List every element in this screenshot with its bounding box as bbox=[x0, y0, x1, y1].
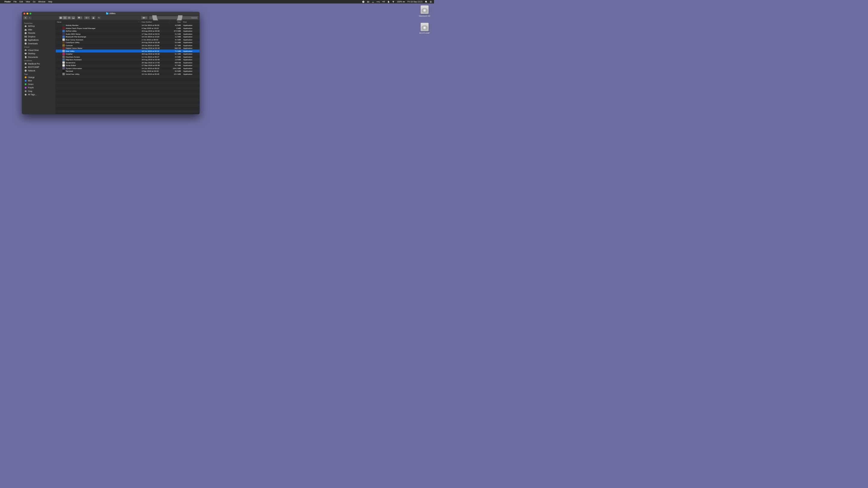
file-date: 15 Oct 2019 at 05:45 bbox=[141, 73, 169, 75]
battery-status[interactable]: 100% bbox=[397, 1, 405, 3]
control-center-icon[interactable] bbox=[430, 1, 432, 3]
file-row[interactable]: Keychain Access11 Oct 2019 at 09:274.9 M… bbox=[56, 55, 199, 58]
titlebar[interactable]: Utilities bbox=[22, 12, 199, 16]
status-checkmark-icon[interactable] bbox=[362, 1, 365, 3]
menu-window[interactable]: Window bbox=[38, 1, 45, 3]
file-name: Screenshot bbox=[66, 61, 75, 63]
empty-row bbox=[56, 95, 199, 98]
sidebar-item-applications[interactable]: Applications bbox=[22, 38, 56, 42]
file-row[interactable]: Console18 Oct 2019 at 03:502.7 MBApplica… bbox=[56, 44, 199, 47]
file-row[interactable]: Adobe Flash Player Install Manager9 Sep … bbox=[56, 27, 199, 30]
dropbox-icon[interactable] bbox=[367, 1, 370, 3]
sidebar-item-recents[interactable]: Recents bbox=[22, 31, 56, 35]
sidebar-item-bootcamp[interactable]: BOOTCAMP bbox=[22, 65, 56, 69]
vpn-icon[interactable]: ≡V bbox=[382, 1, 384, 3]
file-kind: Application bbox=[182, 53, 199, 55]
file-row[interactable]: Terminal4 Sep 2019 at 02:429.9 MBApplica… bbox=[56, 70, 199, 73]
wifi-icon[interactable] bbox=[392, 1, 395, 3]
file-name: Bluetooth File Exchange bbox=[66, 36, 86, 38]
file-size: 4 MB bbox=[169, 27, 182, 29]
finder-window: Utilities ▾ ▾ ▾ Search bbox=[22, 12, 199, 114]
file-kind: Application bbox=[182, 59, 199, 61]
view-icons-button[interactable] bbox=[59, 16, 63, 20]
file-name: System Information bbox=[66, 67, 82, 69]
sort-ascending-icon: ⌃ bbox=[138, 21, 139, 23]
sidebar-item-dropbox[interactable]: Dropbox bbox=[22, 35, 56, 38]
file-name: Disk Utility bbox=[66, 50, 74, 52]
sidebar-item-downloads[interactable]: Downloads bbox=[22, 42, 56, 45]
view-columns-button[interactable] bbox=[67, 16, 71, 20]
sidebar-tag-purple[interactable]: Purple bbox=[22, 86, 56, 90]
desktop-drive-macintosh-hd[interactable]: Macintosh HD bbox=[417, 5, 432, 17]
sidebar-item-documents[interactable]: Documents bbox=[22, 56, 56, 59]
header-name[interactable]: Name ⌃ bbox=[56, 21, 141, 24]
file-row[interactable]: Audio MIDI Setup17 Sep 2019 at 02:015.2 … bbox=[56, 32, 199, 35]
dropbox-toolbar-button[interactable]: ▾ bbox=[141, 16, 148, 20]
folder-icon bbox=[106, 13, 108, 14]
file-row[interactable]: Migration Assistant24 Aug 2019 at 03:491… bbox=[56, 58, 199, 61]
arrange-button[interactable]: ▾ bbox=[77, 16, 83, 20]
view-list-button[interactable] bbox=[63, 16, 67, 20]
file-size: 10.4 MB bbox=[169, 73, 182, 75]
sidebar-tag-blue[interactable]: Blue bbox=[22, 79, 56, 83]
svg-rect-13 bbox=[61, 18, 62, 19]
sidebar-all-tags[interactable]: All Tags… bbox=[22, 93, 56, 96]
sidebar-label: iCloud Drive bbox=[28, 49, 38, 52]
file-row[interactable]: Activity Monitor14 Oct 2019 at 06:554.8 … bbox=[56, 24, 199, 27]
file-row[interactable]: VoiceOver Utility15 Oct 2019 at 05:4510.… bbox=[56, 72, 199, 75]
header-size[interactable]: Size bbox=[169, 21, 182, 24]
more-icon[interactable]: •••) bbox=[377, 1, 380, 3]
empty-row bbox=[56, 78, 199, 81]
file-row[interactable]: Grapher28 Aug 2019 at 03:329.1 MBApplica… bbox=[56, 53, 199, 56]
file-row[interactable]: System Information14 Oct 2019 at 09:2210… bbox=[56, 67, 199, 70]
sidebar-tag-green[interactable]: Green bbox=[22, 83, 56, 86]
sidebar-item-network[interactable]: Network bbox=[22, 69, 56, 73]
file-name: AirPort Utility bbox=[66, 30, 76, 32]
spotlight-icon[interactable] bbox=[425, 1, 427, 3]
forward-button[interactable] bbox=[28, 16, 32, 20]
sidebar-item-macbook-pro[interactable]: MacBook Pro bbox=[22, 62, 56, 66]
menu-edit[interactable]: Edit bbox=[20, 1, 23, 3]
svg-rect-12 bbox=[60, 18, 61, 19]
file-row[interactable]: Disk Utility18 Oct 2019 at 04:317.4 MBAp… bbox=[56, 50, 199, 53]
file-row[interactable]: Screenshot28 Sep 2019 at 17:55459 KBAppl… bbox=[56, 61, 199, 64]
menu-help[interactable]: Help bbox=[48, 1, 53, 3]
desktop-drive-bootcamp[interactable]: BOOTCAMP bbox=[417, 23, 432, 34]
file-date: 14 Oct 2019 at 09:22 bbox=[141, 67, 169, 69]
sidebar-tag-gray[interactable]: Gray bbox=[22, 90, 56, 93]
menu-file[interactable]: File bbox=[13, 1, 17, 3]
empty-row bbox=[56, 107, 199, 110]
sidebar-item-airdrop[interactable]: AirDrop bbox=[22, 24, 56, 28]
sidebar-item-mike[interactable]: Mike bbox=[22, 28, 56, 32]
view-gallery-button[interactable] bbox=[71, 16, 76, 20]
clock[interactable]: Fri 18 Sep 13:21 bbox=[407, 1, 423, 3]
svg-point-8 bbox=[430, 1, 430, 2]
file-row[interactable]: ColorSync Utility24 Aug 2019 at 03:285.6… bbox=[56, 41, 199, 44]
sidebar-item-desktop[interactable]: Desktop bbox=[22, 52, 56, 56]
svg-point-29 bbox=[25, 25, 27, 27]
bluetooth-icon[interactable] bbox=[387, 1, 390, 3]
back-button[interactable] bbox=[24, 16, 28, 20]
file-row[interactable]: Digital Colour Meter24 Aug 2019 at 02:40… bbox=[56, 47, 199, 50]
sidebar-label: MacBook Pro bbox=[28, 63, 40, 65]
menu-go[interactable]: Go bbox=[33, 1, 36, 3]
file-date: 9 Sep 2020 at 19:23 bbox=[141, 27, 169, 29]
file-row[interactable]: Bluetooth File Exchange14 Oct 2019 at 10… bbox=[56, 35, 199, 38]
file-row[interactable]: Script Editor17 Sep 2019 at 05:384.7 MBA… bbox=[56, 64, 199, 67]
menu-view[interactable]: View bbox=[26, 1, 30, 3]
file-row[interactable]: AirPort Utility24 Aug 2019 at 04:0047.5 … bbox=[56, 30, 199, 33]
download-icon[interactable] bbox=[372, 1, 374, 3]
share-button[interactable] bbox=[91, 16, 96, 20]
file-row[interactable]: Boot Camp Assistant2 Oct 2019 at 08:034.… bbox=[56, 38, 199, 41]
sidebar-label: Gray bbox=[28, 90, 32, 93]
header-date[interactable]: Date Modified bbox=[141, 21, 169, 24]
menubar: Finder File Edit View Go Window Help •••… bbox=[0, 0, 434, 4]
app-icon bbox=[62, 35, 65, 38]
action-button[interactable]: ▾ bbox=[84, 16, 90, 20]
tags-button[interactable] bbox=[97, 16, 101, 20]
sidebar-tag-orange[interactable]: Orange bbox=[22, 75, 56, 79]
search-field[interactable]: Search bbox=[149, 16, 198, 20]
header-kind[interactable]: Kind bbox=[182, 21, 199, 24]
app-menu[interactable]: Finder bbox=[4, 1, 11, 3]
sidebar-item-icloud-drive[interactable]: iCloud Drive bbox=[22, 49, 56, 52]
